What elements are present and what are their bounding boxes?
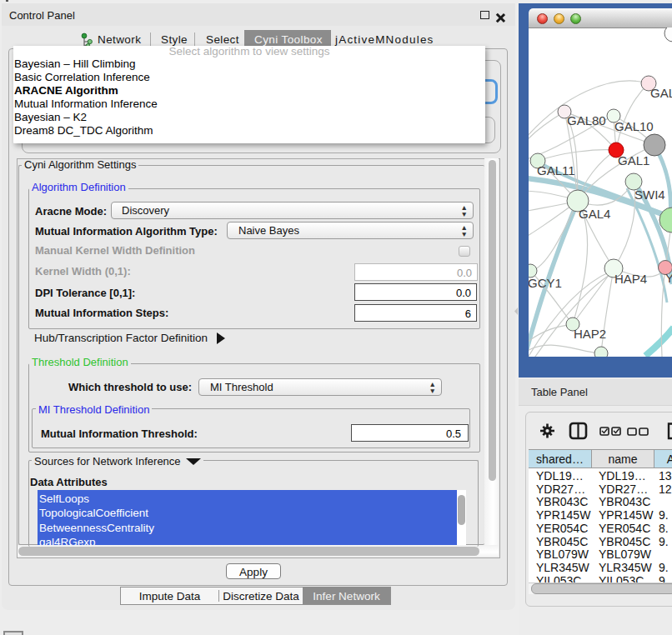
svg-text:GCY1: GCY1 <box>529 276 562 290</box>
svg-text:GAL80: GAL80 <box>567 113 606 128</box>
svg-text:Y: Y <box>665 271 672 285</box>
svg-text:GAL11: GAL11 <box>537 163 575 178</box>
svg-text:GAL4: GAL4 <box>579 207 610 221</box>
svg-text:HAP4: HAP4 <box>614 272 647 286</box>
svg-text:HAP2: HAP2 <box>574 327 606 341</box>
svg-text:GAL7: GAL7 <box>650 86 672 100</box>
svg-text:GAL10: GAL10 <box>614 119 654 133</box>
svg-text:SWI4: SWI4 <box>634 188 665 202</box>
svg-text:GAL1: GAL1 <box>618 153 649 168</box>
